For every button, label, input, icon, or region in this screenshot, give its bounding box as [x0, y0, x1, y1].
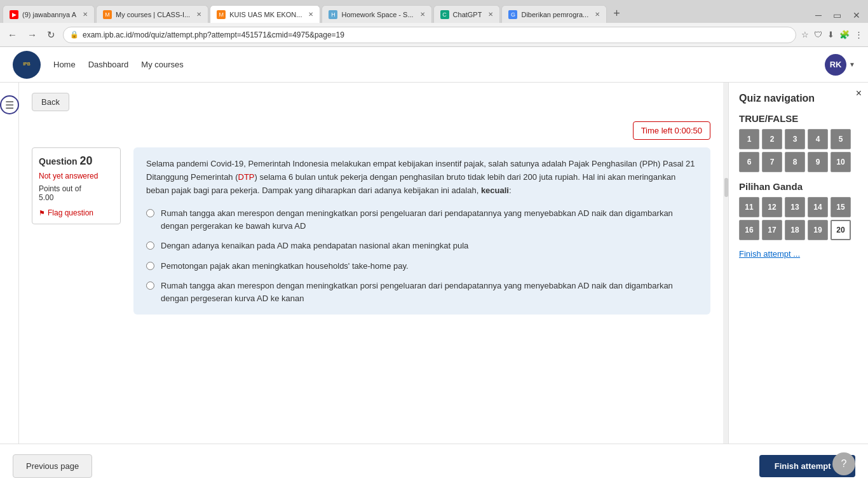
option-2-text: Dengan adanya kenaikan pada AD maka pend… — [161, 240, 468, 252]
nav-q4[interactable]: 4 — [808, 129, 828, 149]
pilihan-ganda-grid: 11 12 13 14 15 16 17 18 19 20 — [739, 197, 858, 240]
tab-youtube[interactable]: ▶ (9) jawabannya A ✕ — [3, 5, 95, 23]
option-1-text: Rumah tangga akan merespon dengan mening… — [161, 207, 698, 232]
option-1[interactable]: Rumah tangga akan merespon dengan mening… — [146, 207, 698, 232]
user-avatar: RK — [825, 54, 846, 76]
nav-q17[interactable]: 17 — [762, 220, 782, 240]
nav-q15[interactable]: 15 — [831, 197, 851, 217]
tab-close-google[interactable]: ✕ — [595, 11, 600, 18]
user-menu[interactable]: RK ▼ — [825, 54, 855, 76]
quiz-nav-panel: × Quiz navigation TRUE/FALSE 1 2 3 4 5 6… — [728, 83, 868, 444]
nav-links: Home Dashboard My courses — [53, 60, 812, 69]
forward-nav-button[interactable]: → — [25, 27, 39, 43]
quiz-nav-close[interactable]: × — [856, 88, 862, 99]
extensions-icon[interactable]: 🧩 — [839, 30, 850, 39]
nav-q10[interactable]: 10 — [831, 152, 851, 172]
nav-q12[interactable]: 12 — [762, 197, 782, 217]
option-4[interactable]: Rumah tangga akan merespon dengan mening… — [146, 280, 698, 304]
shield-icon: 🛡 — [814, 30, 822, 39]
nav-my-courses[interactable]: My courses — [141, 60, 183, 69]
time-badge: Time left 0:00:50 — [633, 121, 710, 140]
option-3-text: Pemotongan pajak akan meningkatkan house… — [161, 260, 409, 273]
question-title: Question 20 — [39, 154, 114, 168]
menu-icon[interactable]: ☰ — [0, 95, 19, 114]
question-status: Not yet answered — [39, 172, 114, 180]
nav-q6[interactable]: 6 — [739, 152, 759, 172]
section-true-false-title: TRUE/FALSE — [739, 113, 858, 124]
nav-q1[interactable]: 1 — [739, 129, 759, 149]
nav-q5[interactable]: 5 — [831, 129, 851, 149]
nav-q7[interactable]: 7 — [762, 152, 782, 172]
back-button[interactable]: Back — [32, 93, 69, 111]
nav-q8[interactable]: 8 — [785, 152, 805, 172]
nav-q16[interactable]: 16 — [739, 220, 759, 240]
back-nav-button[interactable]: ← — [5, 27, 20, 43]
maximize-button[interactable]: ▭ — [828, 8, 846, 23]
refresh-button[interactable]: ↻ — [44, 27, 58, 43]
close-button[interactable]: ✕ — [848, 8, 865, 23]
page-wrapper: IPB Home Dashboard My courses RK ▼ ☰ Bac… — [0, 47, 868, 488]
true-false-grid: 1 2 3 4 5 6 7 8 9 10 — [739, 129, 858, 172]
section-pilihan-ganda-title: Pilihan Ganda — [739, 181, 858, 192]
user-dropdown-arrow: ▼ — [849, 61, 855, 68]
nav-q2[interactable]: 2 — [762, 129, 782, 149]
nav-q9[interactable]: 9 — [808, 152, 828, 172]
main-quiz-area: Back Time left 0:00:50 Question 20 Not y… — [19, 83, 723, 444]
tab-close-youtube[interactable]: ✕ — [83, 11, 88, 18]
option-4-radio[interactable] — [146, 281, 154, 290]
options-list: Rumah tangga akan merespon dengan mening… — [146, 207, 698, 304]
tab-google[interactable]: G Diberikan pemrogra... ✕ — [501, 5, 607, 23]
nav-q19[interactable]: 19 — [808, 220, 828, 240]
flag-icon: ⚑ — [39, 209, 45, 217]
logo: IPB — [13, 51, 41, 79]
flag-question[interactable]: ⚑ Flag question — [39, 208, 114, 217]
previous-page-button[interactable]: Previous page — [13, 454, 92, 478]
tab-close-quiz[interactable]: ✕ — [308, 11, 313, 18]
option-2[interactable]: Dengan adanya kenaikan pada AD maka pend… — [146, 240, 698, 252]
sidebar-toggle: ☰ — [0, 83, 19, 444]
menu-dots-icon[interactable]: ⋮ — [855, 30, 863, 39]
scrollbar-area — [723, 83, 728, 444]
option-3[interactable]: Pemotongan pajak akan meningkatkan house… — [146, 260, 698, 273]
nav-home[interactable]: Home — [53, 60, 76, 69]
nav-q18[interactable]: 18 — [785, 220, 805, 240]
nav-buttons: Previous page Finish attempt ... — [0, 444, 868, 488]
option-2-radio[interactable] — [146, 241, 154, 250]
address-bar[interactable]: 🔒 exam.ipb.ac.id/mod/quiz/attempt.php?at… — [63, 27, 796, 43]
nav-q13[interactable]: 13 — [785, 197, 805, 217]
tab-chatgpt[interactable]: C ChatGPT ✕ — [433, 5, 501, 23]
option-1-radio[interactable] — [146, 209, 154, 217]
question-content: Selama pandemi Covid-19, Pemerintah Indo… — [133, 147, 710, 315]
quiz-nav-title: Quiz navigation — [739, 93, 858, 104]
nav-dashboard[interactable]: Dashboard — [88, 60, 129, 69]
navbar: IPB Home Dashboard My courses RK ▼ — [0, 47, 868, 83]
tab-close-moodle[interactable]: ✕ — [196, 11, 201, 18]
download-icon[interactable]: ⬇ — [827, 30, 834, 39]
nav-q3[interactable]: 3 — [785, 129, 805, 149]
bookmark-icon[interactable]: ☆ — [801, 30, 809, 39]
time-bar: Time left 0:00:50 — [32, 121, 710, 140]
tab-close-homework[interactable]: ✕ — [420, 11, 425, 18]
address-row: ← → ↻ 🔒 exam.ipb.ac.id/mod/quiz/attempt.… — [0, 23, 868, 47]
option-4-text: Rumah tangga akan merespon dengan mening… — [161, 280, 698, 304]
url-text: exam.ipb.ac.id/mod/quiz/attempt.php?atte… — [83, 30, 789, 39]
tab-quiz[interactable]: M KUIS UAS MK EKON... ✕ — [210, 5, 320, 23]
question-info: Question 20 Not yet answered Points out … — [32, 147, 121, 224]
nav-q11[interactable]: 11 — [739, 197, 759, 217]
quiz-body: Question 20 Not yet answered Points out … — [32, 147, 710, 315]
new-tab-button[interactable]: + — [608, 4, 625, 23]
minimize-button[interactable]: ─ — [810, 8, 827, 23]
tab-moodle[interactable]: M My courses | CLASS-I... ✕ — [96, 5, 208, 23]
help-button[interactable]: ? — [832, 452, 855, 475]
finish-attempt-link[interactable]: Finish attempt ... — [739, 249, 858, 259]
question-text: Selama pandemi Covid-19, Pemerintah Indo… — [146, 158, 698, 197]
option-3-radio[interactable] — [146, 262, 154, 270]
tab-homework[interactable]: H Homework Space - S... ✕ — [322, 5, 431, 23]
tab-close-chatgpt[interactable]: ✕ — [488, 11, 493, 18]
content-area: ☰ Back Time left 0:00:50 Question 20 Not… — [0, 83, 868, 444]
nav-q20[interactable]: 20 — [831, 220, 851, 240]
tab-bar: ▶ (9) jawabannya A ✕ M My courses | CLAS… — [0, 0, 868, 23]
nav-q14[interactable]: 14 — [808, 197, 828, 217]
question-points: Points out of 5.00 — [39, 184, 114, 202]
